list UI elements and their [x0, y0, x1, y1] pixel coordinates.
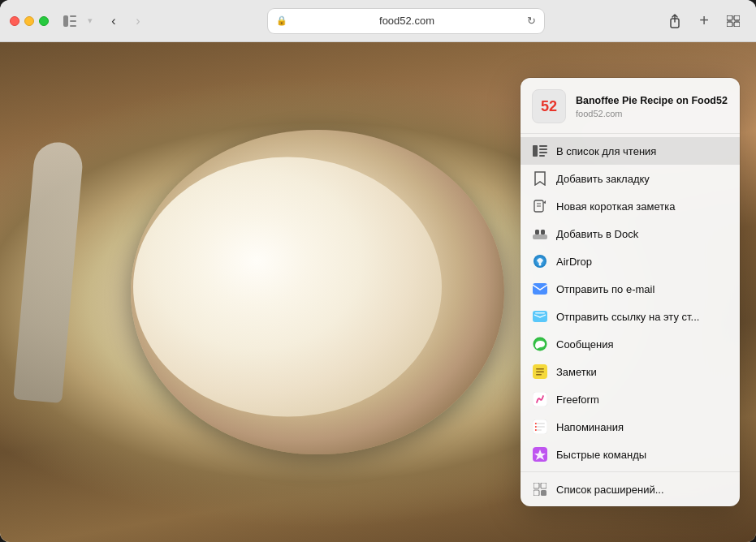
mail-icon: [532, 281, 548, 297]
traffic-lights: [10, 16, 49, 26]
svg-rect-24: [535, 312, 545, 314]
menu-item-send-link[interactable]: Отправить ссылку на эту ст...: [521, 303, 740, 330]
site-url: food52.com: [576, 109, 728, 118]
svg-rect-41: [534, 490, 539, 496]
menu-item-reminders[interactable]: Напоминания: [521, 413, 740, 441]
forward-button[interactable]: ›: [127, 10, 149, 32]
svg-rect-17: [533, 234, 547, 239]
pie-plate: [131, 130, 504, 454]
minimize-button[interactable]: [24, 16, 34, 26]
freeform-label: Freeform: [556, 394, 728, 406]
menu-item-quick-note[interactable]: Новая короткая заметка: [521, 192, 740, 220]
svg-rect-8: [734, 22, 740, 27]
svg-point-21: [539, 264, 542, 266]
quick-note-label: Новая короткая заметка: [556, 200, 728, 213]
svg-rect-22: [533, 283, 547, 295]
bookmark-icon: [532, 170, 548, 187]
extensions-icon: [532, 481, 548, 497]
svg-rect-19: [541, 230, 545, 234]
menu-item-send-email[interactable]: Отправить по e-mail: [521, 275, 740, 303]
freeform-icon: [532, 391, 548, 407]
svg-rect-39: [534, 483, 539, 488]
tab-overview-button[interactable]: [720, 8, 746, 34]
svg-rect-12: [539, 152, 547, 153]
pie-spoon: [13, 140, 84, 403]
svg-rect-7: [727, 22, 732, 27]
content-area: 52 Banoffee Pie Recipe on Food52 food52.…: [0, 42, 756, 542]
svg-rect-3: [70, 25, 76, 27]
pie-cream: [133, 157, 442, 417]
svg-rect-0: [63, 15, 68, 27]
reminders-label: Напоминания: [556, 421, 728, 433]
svg-rect-1: [70, 15, 76, 17]
shortcuts-label: Быстрые команды: [556, 449, 728, 461]
toolbar-right: +: [662, 8, 746, 34]
airdrop-icon: [532, 253, 548, 269]
back-button[interactable]: ‹: [102, 10, 125, 32]
quick-note-icon: [532, 198, 548, 214]
share-button[interactable]: [662, 8, 688, 34]
share-menu-items: В список для чтения Добавить закладку: [521, 134, 740, 506]
svg-point-35: [535, 423, 537, 424]
reading-list-label: В список для чтения: [556, 145, 728, 157]
title-bar: ▾ ‹ › 🔒 food52.com ↻ +: [0, 0, 756, 42]
reminders-icon: [532, 419, 548, 435]
menu-item-airdrop[interactable]: AirDrop: [521, 247, 740, 275]
sidebar-toggle-chevron: ▾: [88, 15, 93, 26]
menu-item-extensions[interactable]: Список расширений...: [521, 475, 740, 503]
send-link-label: Отправить ссылку на эту ст...: [556, 311, 728, 323]
notes-icon: [532, 363, 548, 380]
send-link-icon: [532, 308, 548, 325]
menu-divider: [521, 471, 740, 472]
menu-item-add-dock[interactable]: Добавить в Dock: [521, 220, 740, 247]
svg-rect-27: [536, 368, 544, 370]
svg-point-37: [535, 429, 537, 431]
shortcuts-icon: [532, 446, 548, 462]
address-bar[interactable]: 🔒 food52.com ↻: [268, 9, 544, 33]
maximize-button[interactable]: [39, 16, 49, 26]
svg-rect-29: [536, 374, 542, 376]
close-button[interactable]: [10, 16, 19, 26]
menu-item-shortcuts[interactable]: Быстрые команды: [521, 441, 740, 468]
site-title: Banoffee Pie Recipe on Food52: [576, 94, 728, 107]
svg-rect-42: [541, 490, 546, 496]
extensions-label: Список расширений...: [556, 484, 728, 496]
sidebar-toggle-button[interactable]: [58, 10, 81, 32]
address-bar-container: 🔒 food52.com ↻: [162, 9, 649, 33]
menu-item-reading-list[interactable]: В список для чтения: [521, 137, 740, 165]
reading-list-icon: [532, 143, 548, 159]
lock-icon: 🔒: [276, 15, 287, 26]
email-label: Отправить по e-mail: [556, 283, 728, 295]
svg-rect-10: [539, 145, 547, 147]
menu-item-notes[interactable]: Заметки: [521, 358, 740, 385]
site-info: Banoffee Pie Recipe on Food52 food52.com: [576, 94, 728, 118]
site-favicon: 52: [532, 89, 566, 123]
share-menu: 52 Banoffee Pie Recipe on Food52 food52.…: [521, 78, 740, 506]
svg-rect-9: [533, 145, 538, 157]
svg-point-36: [535, 426, 537, 428]
share-menu-header: 52 Banoffee Pie Recipe on Food52 food52.…: [521, 78, 740, 134]
notes-label: Заметки: [556, 366, 728, 378]
dock-icon: [532, 226, 548, 242]
svg-rect-13: [539, 155, 545, 157]
airdrop-label: AirDrop: [556, 256, 728, 268]
svg-rect-18: [535, 230, 539, 234]
menu-item-bookmark[interactable]: Добавить закладку: [521, 165, 740, 192]
svg-rect-28: [536, 372, 544, 373]
svg-rect-11: [539, 148, 547, 150]
new-tab-button[interactable]: +: [691, 8, 717, 34]
svg-rect-6: [734, 15, 740, 20]
nav-arrows: ‹ ›: [102, 10, 149, 32]
menu-item-messages[interactable]: Сообщения: [521, 330, 740, 358]
messages-icon: [532, 336, 548, 352]
dock-label: Добавить в Dock: [556, 228, 728, 240]
url-text: food52.com: [292, 15, 522, 27]
menu-item-freeform[interactable]: Freeform: [521, 385, 740, 413]
reload-button[interactable]: ↻: [527, 15, 536, 27]
messages-label: Сообщения: [556, 338, 728, 351]
bookmark-label: Добавить закладку: [556, 173, 728, 185]
svg-rect-5: [727, 15, 732, 20]
svg-rect-2: [70, 20, 76, 22]
browser-window: ▾ ‹ › 🔒 food52.com ↻ +: [0, 0, 756, 542]
svg-rect-40: [541, 483, 546, 488]
